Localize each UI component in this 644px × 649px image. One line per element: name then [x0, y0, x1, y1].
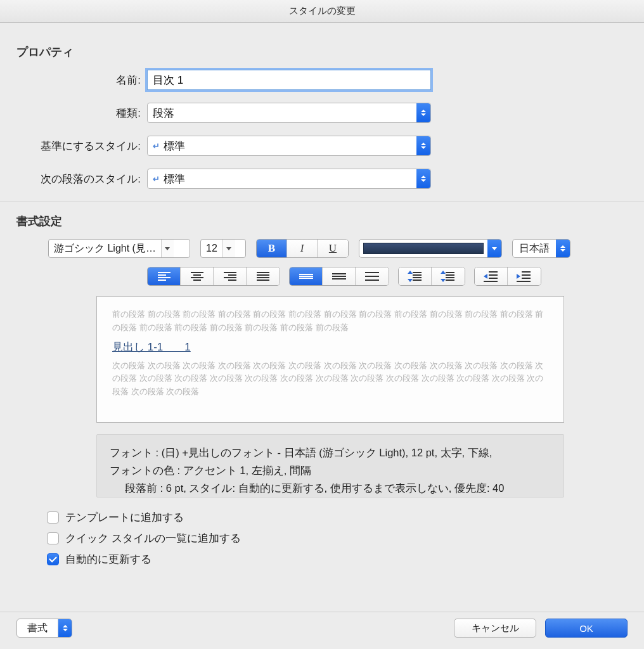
ok-label: OK: [579, 623, 593, 634]
font-size-combo[interactable]: 12: [200, 239, 246, 258]
decrease-indent-icon: [484, 271, 499, 281]
preview-next-paragraph: 次の段落 次の段落 次の段落 次の段落 次の段落 次の段落 次の段落 次の段落 …: [112, 359, 548, 399]
window-titlebar: スタイルの変更: [0, 0, 644, 23]
auto-update-checkbox[interactable]: [47, 553, 59, 565]
line-spacing-1-icon: [299, 272, 313, 281]
increase-indent-icon: [517, 271, 532, 281]
window-title: スタイルの変更: [289, 5, 356, 17]
add-to-quick-styles-label: クイック スタイルの一覧に追加する: [65, 531, 241, 546]
underline-icon: U: [329, 242, 337, 255]
line-spacing-2-icon: [365, 272, 379, 281]
decrease-indent-button[interactable]: [475, 267, 508, 285]
type-value: 段落: [153, 106, 174, 120]
space-after-icon: [441, 271, 456, 282]
chevron-down-icon: [161, 240, 174, 257]
chevron-updown-icon: [416, 169, 430, 188]
underline-button[interactable]: U: [318, 240, 348, 257]
italic-button[interactable]: I: [287, 240, 318, 257]
font-size-value: 12: [201, 243, 222, 254]
add-to-template-label: テンプレートに追加する: [65, 510, 184, 525]
space-before-icon: [408, 271, 423, 282]
name-input[interactable]: [147, 70, 431, 90]
auto-update-label: 自動的に更新する: [65, 552, 151, 567]
next-style-label: 次の段落のスタイル:: [16, 172, 147, 186]
type-label: 種類:: [16, 106, 147, 120]
add-to-quick-styles-checkbox[interactable]: [47, 532, 59, 544]
cancel-button[interactable]: キャンセル: [454, 619, 536, 638]
color-swatch: [363, 243, 484, 254]
font-color-combo[interactable]: [359, 239, 502, 258]
properties-section-title: プロパティ: [16, 44, 628, 60]
chevron-updown-icon: [58, 619, 72, 637]
italic-icon: I: [300, 242, 304, 255]
line-spacing-15-icon: [332, 272, 346, 281]
paragraph-mark-icon: ↵: [153, 174, 160, 184]
align-center-button[interactable]: [181, 267, 214, 285]
spacing-1-button[interactable]: [290, 267, 323, 285]
language-combo[interactable]: 日本語: [512, 239, 570, 258]
format-menu[interactable]: 書式: [16, 619, 72, 638]
based-on-value: 標準: [164, 139, 185, 153]
align-justify-icon: [257, 272, 269, 281]
chevron-down-icon: [222, 240, 235, 257]
based-on-label: 基準にするスタイル:: [16, 139, 147, 153]
name-label: 名前:: [16, 73, 147, 87]
format-menu-label: 書式: [17, 622, 58, 635]
align-left-icon: [158, 272, 171, 281]
font-name-combo[interactable]: 游ゴシック Light (見…: [48, 239, 190, 258]
type-select[interactable]: 段落: [147, 103, 431, 123]
ok-button[interactable]: OK: [545, 619, 628, 638]
preview-sample-heading: 見出し 1-1 1: [112, 340, 548, 354]
based-on-select[interactable]: ↵ 標準: [147, 136, 431, 156]
next-style-value: 標準: [164, 172, 185, 186]
increase-indent-button[interactable]: [508, 267, 541, 285]
next-style-select[interactable]: ↵ 標準: [147, 169, 431, 189]
paragraph-mark-icon: ↵: [153, 141, 160, 151]
spacing-2-button[interactable]: [356, 267, 389, 285]
divider: [0, 202, 644, 202]
chevron-updown-icon: [416, 103, 430, 122]
space-after-button[interactable]: [432, 267, 465, 285]
align-justify-button[interactable]: [247, 267, 280, 285]
language-value: 日本語: [513, 242, 556, 255]
bold-button[interactable]: B: [257, 240, 287, 257]
chevron-updown-icon: [416, 136, 430, 155]
chevron-down-icon: [487, 240, 501, 257]
desc-line-3: 段落前 : 6 pt, スタイル: 自動的に更新する, 使用するまで表示しない,…: [110, 479, 551, 497]
preview-box: 前の段落 前の段落 前の段落 前の段落 前の段落 前の段落 前の段落 前の段落 …: [96, 296, 564, 423]
space-before-button[interactable]: [399, 267, 432, 285]
font-name-value: 游ゴシック Light (見…: [49, 242, 161, 255]
desc-line-1: フォント : (日) +見出しのフォント - 日本語 (游ゴシック Light)…: [110, 444, 551, 461]
align-left-button[interactable]: [148, 267, 181, 285]
cancel-label: キャンセル: [472, 622, 519, 634]
add-to-template-checkbox[interactable]: [47, 511, 59, 524]
align-center-icon: [191, 272, 203, 281]
align-right-button[interactable]: [214, 267, 247, 285]
chevron-updown-icon: [556, 240, 570, 257]
formatting-section-title: 書式設定: [16, 214, 628, 229]
desc-line-2: フォントの色 : アクセント 1, 左揃え, 間隔: [110, 461, 551, 479]
preview-previous-paragraph: 前の段落 前の段落 前の段落 前の段落 前の段落 前の段落 前の段落 前の段落 …: [112, 308, 548, 335]
style-description: フォント : (日) +見出しのフォント - 日本語 (游ゴシック Light)…: [96, 434, 564, 498]
bold-icon: B: [268, 242, 275, 255]
spacing-15-button[interactable]: [323, 267, 356, 285]
align-right-icon: [224, 272, 236, 281]
